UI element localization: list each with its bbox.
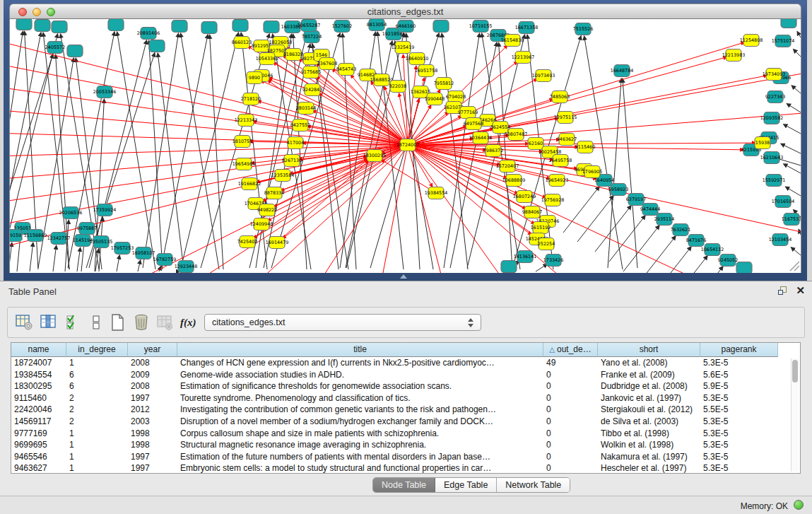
table-cell[interactable]: Corpus callosum shape and size in male p… [177,428,543,440]
graph-node[interactable]: 16648784 [611,65,634,77]
graph-node[interactable]: 7485063 [550,91,570,103]
column-header-title[interactable]: title [177,343,543,357]
graph-node[interactable] [67,45,83,57]
table-cell[interactable]: 5.3E-5 [700,392,778,404]
network-canvas[interactable]: 2405572208914061603380978572241065528715… [9,19,801,273]
table-cell[interactable]: 6 [66,369,128,381]
graph-node[interactable]: 1615192 [531,222,551,234]
table-cell[interactable]: 0 [543,451,598,463]
graph-node[interactable]: 7986372 [483,145,503,157]
graph-node[interactable]: 1796905 [582,166,602,178]
graph-node[interactable]: 8267130 [282,155,302,167]
table-cell[interactable]: 22420046 [11,404,66,416]
graph-node[interactable]: 12093582 [760,112,784,124]
table-cell[interactable]: Stergiakouli et al. (2012) [598,404,700,416]
graph-node[interactable]: 7425402 [237,236,257,248]
table-cell[interactable]: 9777169 [11,428,66,440]
minimize-button[interactable] [33,8,41,16]
graph-node[interactable]: 17957253 [111,243,134,255]
graph-node[interactable]: 20053346 [93,86,117,98]
graph-node[interactable]: 9242843 [302,84,322,96]
graph-node[interactable] [108,19,124,31]
graph-node[interactable]: 39159 [10,230,22,242]
graph-node[interactable]: 8878334 [264,187,284,199]
graph-node[interactable] [501,261,517,273]
graph-node[interactable] [149,40,165,52]
graph-node[interactable]: 6466160 [396,21,416,33]
table-cell[interactable]: 1998 [128,428,177,440]
graph-node[interactable]: 2803144 [296,103,316,115]
vertical-scrollbar[interactable] [791,358,799,472]
splitpane-divider-handle[interactable] [400,274,407,279]
delete-column-icon[interactable] [132,313,151,332]
graph-node[interactable]: 15751074 [772,35,795,47]
table-cell[interactable]: 0 [543,439,598,451]
graph-node[interactable]: 7515526 [573,23,593,35]
table-row[interactable]: 1938455462009Genome-wide association stu… [11,369,778,381]
graph-node[interactable]: 16210643 [760,152,784,164]
table-cell[interactable]: 14569117 [11,416,66,428]
table-cell[interactable]: 0 [543,369,598,381]
close-button[interactable] [18,8,27,16]
graph-node[interactable]: 16782759 [153,254,177,266]
table-cell[interactable]: Yano et al. (2008) [598,357,700,369]
memory-status-icon[interactable] [794,500,804,510]
graph-node[interactable]: 1733426 [543,255,563,267]
graph-node[interactable]: 1527602 [332,21,352,33]
table-row[interactable]: 946554611997Estimation of the future num… [11,451,778,463]
table-cell[interactable]: Estimation of significance thresholds fo… [177,380,543,392]
graph-node[interactable] [264,21,279,33]
graph-node[interactable]: 8660123 [232,37,252,49]
graph-node[interactable]: 8471676 [686,235,706,247]
graph-node[interactable] [433,21,449,33]
graph-node[interactable] [233,20,248,32]
table-row[interactable]: 977716911998Corpus callosum shape and si… [11,428,778,440]
graph-node[interactable] [781,19,796,28]
table-cell[interactable]: 5.9E-5 [700,380,778,392]
graph-node[interactable]: 16914479 [266,237,289,249]
graph-node[interactable]: 19756928 [541,194,565,206]
graph-node[interactable] [201,22,217,34]
table-cell[interactable]: 2009 [128,369,177,381]
table-cell[interactable]: 2008 [128,380,177,392]
table-cell[interactable]: 5.3E-5 [700,357,778,369]
table-cell[interactable]: 9463627 [11,462,66,474]
table-cell[interactable]: 9465546 [11,451,66,463]
graph-node[interactable]: 12213343 [235,115,258,127]
graph-node[interactable]: 9245052 [718,255,738,267]
table-cell[interactable]: Wolkin et al. (1998) [598,439,700,451]
graph-node[interactable]: 11254808 [740,35,763,47]
function-builder-icon[interactable]: f(x) [180,313,199,332]
table-cell[interactable]: 1997 [128,451,177,463]
graph-node[interactable]: 17016504 [772,196,795,208]
column-header-year[interactable]: year [128,343,177,357]
graph-node[interactable]: 8454743 [336,64,356,76]
table-cell[interactable]: 2 [66,416,128,428]
graph-node[interactable]: 15938 [755,137,770,149]
table-cell[interactable]: 1 [66,428,128,440]
table-cell[interactable]: Disruption of a novel member of a sodium… [177,416,543,428]
table-cell[interactable]: Nakamura et al. (1997) [598,451,700,463]
graph-node[interactable]: 7857224 [302,31,322,43]
table-row[interactable]: 1830029562008Estimation of significance … [11,380,778,392]
table-cell[interactable]: 1998 [128,439,177,451]
graph-node[interactable]: 19384554 [425,187,448,199]
graph-node[interactable]: 9884067 [522,206,542,218]
graph-node[interactable]: 9474444 [640,204,660,216]
zoom-button[interactable] [47,8,55,16]
select-columns-icon[interactable] [64,313,83,332]
table-row[interactable]: 911546021997Tourette syndrome. Phenomeno… [11,392,778,404]
graph-node[interactable]: 16671358 [515,22,539,34]
table-cell[interactable]: 0 [543,462,598,474]
graph-node[interactable]: 5958923 [608,184,628,196]
graph-node[interactable]: 12103454 [769,234,792,246]
graph-node[interactable]: 9227343 [765,91,785,103]
table-cell[interactable]: 2 [66,404,128,416]
tab-network-table[interactable]: Network Table [497,478,570,493]
tab-node-table[interactable]: Node Table [373,478,435,493]
table-cell[interactable]: 2 [66,392,128,404]
table-cell[interactable]: 0 [543,416,598,428]
graph-node[interactable]: 2718120 [241,93,261,105]
table-cell[interactable]: 1 [66,357,128,369]
table-cell[interactable]: 5.3E-5 [700,439,778,451]
